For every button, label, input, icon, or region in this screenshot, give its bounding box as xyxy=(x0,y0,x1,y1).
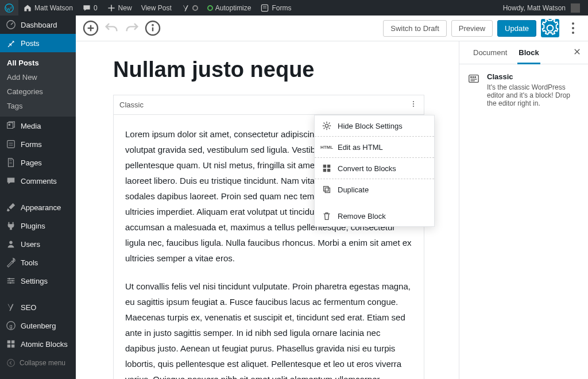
menu-edit-html[interactable]: HTMLEdit as HTML xyxy=(315,137,434,157)
sidebar-comments[interactable]: Comments xyxy=(0,172,76,190)
svg-rect-38 xyxy=(323,169,326,172)
sidebar-all-posts[interactable]: All Posts xyxy=(0,56,76,70)
blocks-icon xyxy=(322,163,332,173)
svg-point-14 xyxy=(11,280,13,282)
brush-icon xyxy=(6,202,16,212)
atomic-icon xyxy=(6,339,16,349)
menu-hide-settings[interactable]: Hide Block Settings xyxy=(315,115,434,136)
more-options-button[interactable] xyxy=(564,19,582,37)
sidebar-media-label: Media xyxy=(21,122,41,130)
sidebar-appearance[interactable]: Appearance xyxy=(0,198,76,216)
svg-point-9 xyxy=(9,241,12,244)
switch-draft-button[interactable]: Switch to Draft xyxy=(383,20,447,37)
sidebar-seo[interactable]: SEO xyxy=(0,298,76,316)
menu-convert-blocks[interactable]: Convert to Blocks xyxy=(315,158,434,179)
sidebar-pages[interactable]: Pages xyxy=(0,153,76,172)
yoast-status-dot xyxy=(192,5,198,11)
svg-rect-44 xyxy=(469,75,479,83)
editor-header: Switch to Draft Preview Update xyxy=(76,16,588,41)
sidebar-categories[interactable]: Categories xyxy=(0,84,76,99)
comment-icon xyxy=(82,3,91,13)
sidebar-dashboard-label: Dashboard xyxy=(21,21,57,29)
home-icon xyxy=(23,3,32,13)
svg-point-46 xyxy=(473,76,474,78)
svg-point-35 xyxy=(325,124,328,127)
menu-convert-blocks-label: Convert to Blocks xyxy=(338,164,396,173)
sidebar-media[interactable]: Media xyxy=(0,117,76,135)
site-name-label: Matt Watson xyxy=(34,4,73,12)
sidebar-tools[interactable]: Tools xyxy=(0,253,76,272)
svg-point-15 xyxy=(10,282,11,284)
sidebar-plugins[interactable]: Plugins xyxy=(0,216,76,235)
duplicate-icon xyxy=(322,184,332,195)
settings-toggle-button[interactable] xyxy=(541,19,559,37)
classic-block[interactable]: Classic Lorem ipsum dolor sit amet, cons… xyxy=(113,95,424,379)
sidebar-settings-label: Settings xyxy=(21,277,48,285)
undo-button[interactable] xyxy=(102,19,121,37)
forms-top[interactable]: Forms xyxy=(256,0,296,16)
sidebar-appearance-label: Appearance xyxy=(21,203,61,212)
redo-button[interactable] xyxy=(123,19,141,37)
tab-document[interactable]: Document xyxy=(467,41,513,64)
sidebar-dashboard[interactable]: Dashboard xyxy=(0,16,76,34)
collapse-menu[interactable]: Collapse menu xyxy=(0,353,76,373)
sidebar-forms[interactable]: Forms xyxy=(0,135,76,153)
new-content[interactable]: New xyxy=(102,0,137,16)
comments-bubble[interactable]: 0 xyxy=(78,0,102,16)
sidebar-gutenberg-label: Gutenberg xyxy=(21,322,56,330)
close-settings-button[interactable] xyxy=(570,44,585,61)
block-toolbar: Classic xyxy=(114,95,424,115)
yoast[interactable] xyxy=(176,0,203,16)
block-more-button[interactable] xyxy=(409,99,418,110)
view-post-label: View Post xyxy=(141,4,172,12)
svg-rect-18 xyxy=(7,341,10,343)
menu-duplicate[interactable]: Duplicate xyxy=(315,179,434,200)
sidebar-users-label: Users xyxy=(21,240,40,249)
sidebar-users[interactable]: Users xyxy=(0,235,76,253)
sidebar-atomic[interactable]: Atomic Blocks xyxy=(0,335,76,353)
info-button[interactable] xyxy=(144,19,162,37)
sidebar-gutenberg[interactable]: gGutenberg xyxy=(0,316,76,335)
plus-icon xyxy=(107,3,116,13)
svg-rect-20 xyxy=(7,345,10,347)
preview-button[interactable]: Preview xyxy=(451,20,493,37)
view-post[interactable]: View Post xyxy=(137,0,176,16)
update-button[interactable]: Update xyxy=(497,20,536,37)
wp-logo[interactable] xyxy=(0,0,18,16)
sidebar-add-new[interactable]: Add New xyxy=(0,70,76,84)
svg-point-31 xyxy=(572,32,574,34)
site-name[interactable]: Matt Watson xyxy=(18,0,78,16)
gutenberg-icon: g xyxy=(6,320,16,331)
tab-block[interactable]: Block xyxy=(513,41,544,64)
svg-point-22 xyxy=(7,359,15,367)
sidebar-comments-label: Comments xyxy=(21,177,57,185)
menu-hide-settings-label: Hide Block Settings xyxy=(338,122,403,130)
svg-rect-36 xyxy=(323,165,326,168)
sidebar-plugins-label: Plugins xyxy=(21,222,45,230)
paragraph[interactable]: Ut convallis felis vel nisi tincidunt vu… xyxy=(125,279,412,379)
svg-point-34 xyxy=(413,106,414,107)
editor-main: Switch to Draft Preview Update Nullam ju… xyxy=(76,16,588,379)
menu-remove-block[interactable]: Remove Block xyxy=(315,206,434,226)
sidebar-tags[interactable]: Tags xyxy=(0,99,76,113)
html-icon: HTML xyxy=(322,142,332,152)
wordpress-icon xyxy=(5,3,14,13)
block-info-desc: It's the classic WordPress editor and it… xyxy=(487,83,580,107)
howdy[interactable]: Howdy, Matt Watson xyxy=(498,0,585,16)
menu-duplicate-label: Duplicate xyxy=(338,185,369,194)
svg-point-28 xyxy=(152,25,153,25)
menu-remove-block-label: Remove Block xyxy=(338,212,386,221)
block-options-menu: Hide Block Settings HTMLEdit as HTML Con… xyxy=(314,115,435,227)
settings-sidebar: Document Block Classic It's the classic … xyxy=(459,41,588,379)
svg-point-5 xyxy=(9,123,11,126)
post-title[interactable]: Nullam justo neque xyxy=(113,57,424,82)
howdy-label: Howdy, Matt Watson xyxy=(503,4,566,12)
avatar xyxy=(571,3,580,13)
sidebar-posts[interactable]: Posts xyxy=(0,34,76,52)
sidebar-tools-label: Tools xyxy=(21,258,38,267)
add-block-button[interactable] xyxy=(82,19,100,37)
autoptimize[interactable]: Autoptimize xyxy=(203,0,256,16)
sidebar-settings[interactable]: Settings xyxy=(0,272,76,290)
editor-content[interactable]: Nullam justo neque Classic Lorem ipsum d… xyxy=(76,41,459,379)
menu-edit-html-label: Edit as HTML xyxy=(338,143,383,152)
